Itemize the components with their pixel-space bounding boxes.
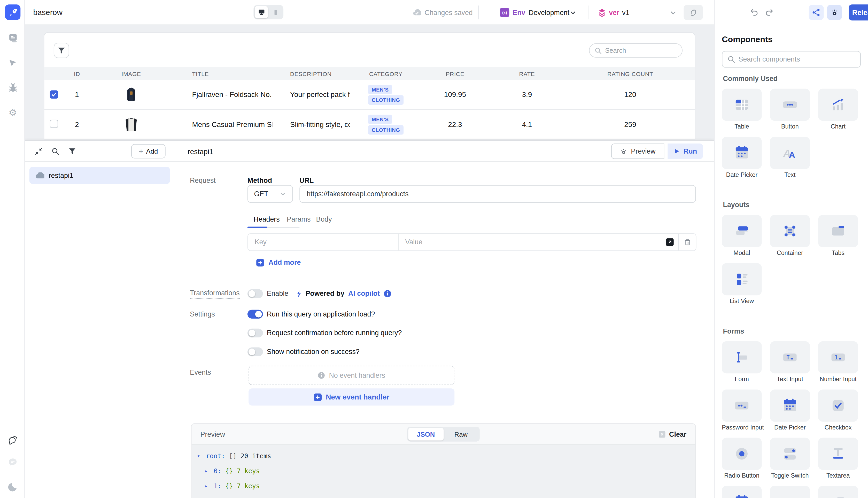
component-label: Button (770, 123, 810, 130)
comments-icon[interactable] (7, 457, 18, 468)
info-icon[interactable] (384, 290, 391, 298)
delete-row-button[interactable] (678, 234, 696, 250)
component-card-calendar-range[interactable] (722, 486, 762, 498)
component-card-textarea[interactable]: Textarea (818, 438, 858, 479)
preview-query-button[interactable]: Preview (611, 144, 664, 159)
setting-toggle[interactable] (247, 329, 263, 338)
json-tree-node[interactable]: ▸0:{}7 keys (191, 465, 695, 477)
chevron-down-icon[interactable] (669, 9, 677, 16)
run-query-button[interactable]: Run (667, 144, 703, 159)
component-card-date-picker[interactable]: Date Picker (770, 389, 810, 431)
add-query-button[interactable]: + Add (131, 144, 166, 158)
components-sections: Commonly UsedTableButtonChartDate Picker… (722, 75, 861, 498)
header-value-input[interactable] (398, 234, 666, 250)
preview-app-button[interactable] (827, 5, 842, 20)
dark-mode-moon-icon[interactable] (7, 481, 18, 492)
share-button[interactable] (809, 5, 824, 20)
row-checkbox[interactable] (50, 90, 58, 98)
chat-icon[interactable] (7, 434, 18, 446)
collapse-triangle-icon[interactable]: ▾ (197, 453, 202, 459)
component-card-container[interactable]: Container (770, 215, 810, 256)
component-card-modal[interactable]: Modal (722, 215, 762, 256)
ai-copilot-link[interactable]: AI copilot (348, 290, 380, 298)
add-more-button[interactable]: Add more (256, 259, 301, 266)
column-header[interactable]: DESCRIPTION (272, 70, 350, 77)
component-card-toggle-switch[interactable]: Toggle Switch (770, 438, 810, 479)
app-title[interactable]: baserow (33, 8, 63, 16)
json-tree-node[interactable]: ▸1:{}7 keys (191, 480, 695, 492)
preview-mode-raw[interactable]: Raw (443, 428, 478, 440)
column-header[interactable]: TITLE (173, 70, 273, 77)
pages-icon[interactable] (7, 32, 18, 43)
debugger-bug-icon[interactable] (7, 82, 18, 93)
undo-icon[interactable] (749, 7, 759, 17)
version-selector[interactable]: ver v1 (598, 0, 629, 25)
column-header[interactable]: ID (64, 70, 90, 77)
column-header[interactable]: CATEGORY (350, 70, 422, 77)
tab-body[interactable]: Body (316, 215, 332, 223)
header-key-input[interactable] (248, 234, 398, 250)
json-tree-node[interactable]: ▾root:[]20 items (191, 450, 695, 462)
tab-params[interactable]: Params (287, 215, 311, 223)
preview-mode-json[interactable]: JSON (408, 428, 443, 440)
expand-triangle-icon[interactable]: ▸ (205, 483, 210, 489)
url-input[interactable] (299, 185, 696, 203)
collapse-panel-icon[interactable] (35, 147, 43, 156)
component-card-date-picker[interactable]: Date Picker (722, 137, 762, 178)
table-row[interactable]: 1Fjallraven - Foldsack No. 1 BYour perfe… (44, 80, 695, 110)
refresh-button[interactable] (683, 5, 703, 20)
release-button[interactable]: Release (849, 4, 868, 21)
components-search-input[interactable] (738, 55, 855, 63)
setting-toggle[interactable] (247, 348, 263, 356)
search-queries-icon[interactable] (51, 147, 60, 156)
environment-selector[interactable]: (x) Env Development (500, 0, 569, 25)
tab-headers[interactable]: Headers (254, 215, 280, 223)
component-card-tabs[interactable]: Tabs (818, 215, 858, 256)
column-header[interactable]: RATE (488, 70, 566, 77)
component-card-checkbox[interactable]: Checkbox (818, 389, 858, 431)
cell-price: 22.3 (422, 120, 488, 129)
new-event-handler-button[interactable]: New event handler (248, 388, 455, 405)
table-search[interactable] (589, 43, 682, 58)
query-list-item[interactable]: restapi1 (29, 167, 170, 184)
method-select[interactable]: GET (247, 185, 293, 203)
setting-toggle[interactable] (247, 310, 263, 318)
app-canvas[interactable]: IDIMAGETITLEDESCRIPTIONCATEGORYPRICERATE… (25, 25, 714, 140)
component-card-table[interactable]: Table (722, 89, 762, 130)
expand-editor-icon[interactable] (666, 238, 674, 246)
app-logo[interactable] (5, 4, 21, 20)
component-card-number-input[interactable]: 1Number Input (818, 341, 858, 382)
row-checkbox[interactable] (50, 119, 58, 128)
column-header[interactable]: IMAGE (90, 70, 173, 77)
desktop-view-button[interactable] (255, 6, 268, 18)
component-card-radio-button[interactable]: Radio Button (722, 438, 762, 479)
settings-gear-icon[interactable]: ⚙ (7, 107, 18, 118)
column-header[interactable]: PRICE (422, 70, 488, 77)
chevron-down-icon[interactable] (569, 9, 577, 16)
enable-transformations-toggle[interactable] (247, 289, 263, 298)
component-card-dropdown[interactable] (770, 486, 810, 498)
component-card-chart[interactable]: Chart (818, 89, 858, 130)
expand-triangle-icon[interactable]: ▸ (205, 468, 210, 474)
component-card-button[interactable]: Button (770, 89, 810, 130)
filter-queries-icon[interactable] (67, 147, 76, 156)
component-card-password-input[interactable]: Password Input (722, 389, 762, 431)
component-card-text[interactable]: AAText (770, 137, 810, 178)
mobile-view-button[interactable] (269, 6, 282, 18)
table-row[interactable]: 2Mens Casual Premium Slim FSlim-fitting … (44, 110, 695, 140)
component-label: Container (770, 249, 810, 256)
clear-preview-button[interactable]: Clear (659, 431, 687, 438)
component-card-multiselect[interactable] (818, 486, 858, 498)
components-search[interactable] (722, 51, 861, 67)
redo-icon[interactable] (764, 7, 774, 17)
table-widget[interactable]: IDIMAGETITLEDESCRIPTIONCATEGORYPRICERATE… (44, 32, 695, 140)
component-card-list-view[interactable]: List View (722, 263, 762, 304)
inspector-pointer-icon[interactable] (7, 57, 18, 68)
table-search-input[interactable] (605, 47, 672, 54)
table-filter-button[interactable] (54, 43, 69, 58)
component-card-form[interactable]: Form (722, 341, 762, 382)
column-header[interactable]: RATING COUNT (566, 70, 695, 77)
component-card-text-input[interactable]: TText Input (770, 341, 810, 382)
query-title[interactable]: restapi1 (188, 147, 213, 156)
tab-track (267, 227, 299, 228)
